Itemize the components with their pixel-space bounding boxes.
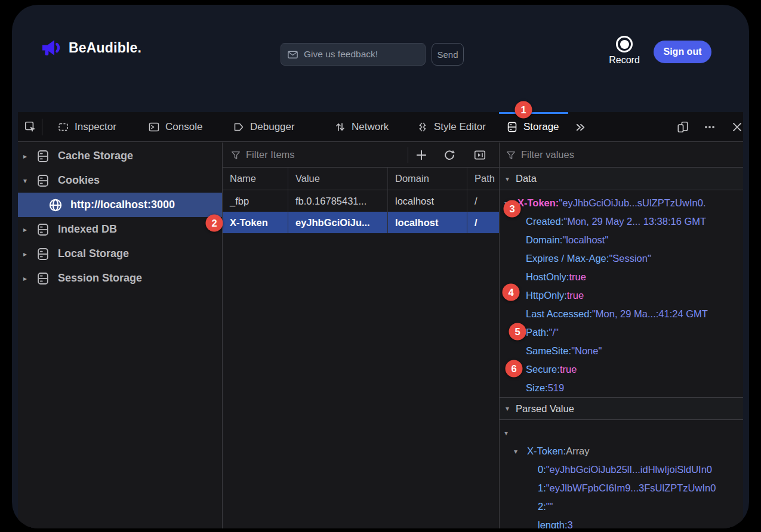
megaphone-icon xyxy=(39,36,63,60)
tab-style-editor[interactable]: Style Editor xyxy=(417,112,486,142)
send-button[interactable]: Send xyxy=(432,43,464,66)
tree-row-expires-max-age[interactable]: Expires / Max-Age:"Session" xyxy=(500,249,743,268)
tree-value: Array xyxy=(566,446,589,457)
tab-label: Debugger xyxy=(250,121,295,133)
twisty-expanded-icon[interactable]: ▾ xyxy=(514,447,527,456)
tree-row-2[interactable]: 2:"" xyxy=(500,497,743,516)
column-header-domain[interactable]: Domain xyxy=(388,168,467,190)
tree-value: true xyxy=(569,271,586,283)
tab-console[interactable]: Console xyxy=(148,112,202,142)
tree-row-created[interactable]: Created:"Mon, 29 May 2... 13:38:16 GMT xyxy=(500,212,743,231)
tree-row-length[interactable]: length:3 xyxy=(500,516,743,528)
console-icon xyxy=(148,121,160,133)
sidebar-host-label: http://localhost:3000 xyxy=(70,199,175,211)
tree-value: "" xyxy=(546,501,553,512)
tree-row-domain[interactable]: Domain:"localhost" xyxy=(500,231,743,249)
data-section-header[interactable]: ▾ Data xyxy=(500,168,743,190)
twisty-collapsed-icon[interactable]: ▸ xyxy=(23,274,33,283)
tree-row-last-accessed[interactable]: Last Accessed:"Mon, 29 Ma...:41:24 GMT xyxy=(500,305,743,323)
storage-drawer-icon xyxy=(506,121,518,133)
storage-drawer-icon xyxy=(36,222,50,237)
cell: fb.0.16785431... xyxy=(288,190,388,212)
tree-key: X-Token: xyxy=(527,446,566,457)
tree-key: Size: xyxy=(526,382,548,394)
tree-row-hostonly[interactable]: HostOnly:true xyxy=(500,268,743,286)
cookie-row-X-Token[interactable]: X-TokeneyJhbGciOiJu...localhost/ xyxy=(223,212,499,233)
tree-row-x-token[interactable]: ▾X-Token:"eyJhbGciOiJub...sUlZPTzUwIn0. xyxy=(500,194,743,212)
column-header-value[interactable]: Value xyxy=(288,168,388,190)
tree-row-0[interactable]: 0:"eyJhbGciOiJub25lI...idHlwIjoiSldUIn0 xyxy=(500,460,743,479)
sign-out-button[interactable]: Sign out xyxy=(654,41,711,63)
sidebar-host-item[interactable]: http://localhost:3000 xyxy=(18,193,222,217)
tree-key: HostOnly: xyxy=(526,271,569,283)
tab-label: Inspector xyxy=(75,121,116,133)
pick-element-icon[interactable] xyxy=(24,120,37,134)
twisty-expanded-icon[interactable]: ▾ xyxy=(23,177,33,185)
add-item-icon[interactable] xyxy=(415,149,428,162)
annotation-badge-6: 6 xyxy=(506,360,523,378)
tab-network[interactable]: Network xyxy=(334,112,389,142)
sidebar-item-cookies[interactable]: ▾Cookies xyxy=(18,168,222,193)
tab-debugger[interactable]: Debugger xyxy=(233,112,295,142)
filter-funnel-icon xyxy=(230,150,241,160)
tree-row-x-token[interactable]: ▾X-Token:Array xyxy=(500,442,743,460)
sidebar-item-label: Cookies xyxy=(58,174,100,187)
open-panel-icon[interactable] xyxy=(473,149,486,162)
storage-drawer-icon xyxy=(36,174,50,188)
tree-row-httponly[interactable]: HttpOnly:true xyxy=(500,286,743,305)
sidebar-item-session-storage[interactable]: ▸Session Storage xyxy=(18,266,222,290)
tree-value: "Mon, 29 May 2... 13:38:16 GMT xyxy=(563,216,706,227)
filter-values-input[interactable] xyxy=(521,149,658,160)
twisty-collapsed-icon[interactable]: ▸ xyxy=(23,225,33,234)
tree-row-path[interactable]: Path:"/" xyxy=(500,323,743,342)
tree-value: "None" xyxy=(571,345,602,357)
tree-value: 3 xyxy=(568,519,573,528)
cookies-table-panel: NameValueDomainPath _fbpfb.0.16785431...… xyxy=(223,143,500,528)
tree-value: "localhost" xyxy=(562,234,608,246)
values-panel: ▾ Data ▾X-Token:"eyJhbGciOiJub...sUlZPTz… xyxy=(500,143,743,528)
tab-storage[interactable]: Storage xyxy=(506,112,559,142)
twisty-expanded-icon[interactable]: ▾ xyxy=(504,429,517,437)
tree-row[interactable]: ▾ xyxy=(500,423,743,442)
tree-row-samesite[interactable]: SameSite:"None" xyxy=(500,342,743,360)
twisty-collapsed-icon[interactable]: ▸ xyxy=(23,250,33,258)
cell: _fbp xyxy=(223,190,288,212)
parsed-value-section-header[interactable]: ▾ Parsed Value xyxy=(500,397,743,420)
cookie-data-tree: ▾X-Token:"eyJhbGciOiJub...sUlZPTzUwIn0.C… xyxy=(500,190,743,397)
close-icon[interactable] xyxy=(731,120,744,134)
collapse-twisty-icon: ▾ xyxy=(506,404,509,413)
braces-icon xyxy=(417,121,429,133)
table-body: _fbpfb.0.16785431...localhost/X-TokeneyJ… xyxy=(223,190,499,233)
tree-key: 2: xyxy=(538,501,546,512)
tree-row-secure[interactable]: Secure:true xyxy=(500,360,743,379)
column-header-name[interactable]: Name xyxy=(223,168,288,190)
sidebar-item-label: Local Storage xyxy=(58,248,129,260)
tree-value: "/" xyxy=(549,327,559,338)
tab-inspector[interactable]: Inspector xyxy=(57,112,116,142)
tree-key: X-Token: xyxy=(517,197,559,209)
feedback-input[interactable] xyxy=(304,49,419,60)
values-toolbar xyxy=(500,143,743,168)
tree-row-size[interactable]: Size:519 xyxy=(500,379,743,397)
annotation-badge-1: 1 xyxy=(515,101,532,119)
sidebar-item-local-storage[interactable]: ▸Local Storage xyxy=(18,242,222,266)
items-toolbar xyxy=(223,143,499,168)
tree-value: 519 xyxy=(548,382,565,394)
refresh-icon[interactable] xyxy=(443,149,456,162)
record-button[interactable]: Record xyxy=(604,36,645,66)
updown-arrows-icon xyxy=(334,121,346,133)
twisty-collapsed-icon[interactable]: ▸ xyxy=(23,152,33,160)
tree-key: SameSite: xyxy=(526,345,571,357)
sidebar-item-indexed-db[interactable]: ▸Indexed DB xyxy=(18,217,222,242)
debugger-icon xyxy=(233,121,245,133)
more-tabs-chevrons-icon[interactable] xyxy=(574,121,587,134)
filter-items-input[interactable] xyxy=(246,149,383,160)
tree-row-1[interactable]: 1:"eyJlbWFpbCI6Im9...3FsUlZPTzUwIn0 xyxy=(500,479,743,497)
sidebar-item-cache-storage[interactable]: ▸Cache Storage xyxy=(18,144,222,168)
brand-name: BeAudible. xyxy=(69,40,141,56)
data-section-label: Data xyxy=(516,173,537,184)
cookie-row-_fbp[interactable]: _fbpfb.0.16785431...localhost/ xyxy=(223,190,499,212)
column-header-path[interactable]: Path xyxy=(467,168,499,190)
responsive-design-mode-icon[interactable] xyxy=(676,120,689,134)
menu-dots-icon[interactable] xyxy=(703,120,716,134)
